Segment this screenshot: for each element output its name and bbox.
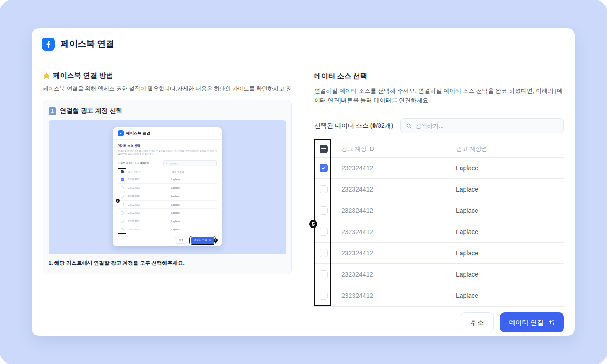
ad-account-name-cell: Laplace [456, 164, 564, 172]
ad-account-id-cell: 232324412 [341, 207, 456, 214]
ad-account-name-cell: Laplace [456, 249, 564, 257]
row-checkbox[interactable] [320, 164, 328, 172]
mini-select-all-checkbox [121, 170, 124, 173]
mini-table-row: 232324412 Laplace [118, 225, 217, 234]
search-input[interactable] [415, 122, 558, 129]
table-row: 232324412 Laplace [314, 179, 564, 200]
facebook-connect-modal: 페이스북 연결 페이스북 연결 방법 페이스북 연결을 위해 액세스 권한 설정… [32, 28, 575, 336]
mini-annotation-button-box: 데이터 연결 2 [189, 236, 216, 245]
selected-count-label: 선택된 데이터 소스 (0/32개) [314, 122, 393, 130]
mini-search-input: 검색하기... [163, 160, 217, 166]
ad-account-name-cell: Laplace [456, 271, 564, 278]
divider [314, 111, 564, 111]
mini-panel-description: 연결하실 데이터 소스를 선택해 주세요. 연결하실 데이터 소스 선택을 완료… [118, 149, 217, 156]
mini-search-icon [165, 162, 168, 164]
mini-table-header: 광고 계정 ID 광고 계정명 [118, 169, 217, 175]
guide-panel: 페이스북 연결 방법 페이스북 연결을 위해 액세스 권한 설정이 필요합니다.… [32, 60, 303, 336]
table-row: 232324412 Laplace [314, 221, 564, 243]
facebook-icon [42, 38, 55, 51]
ad-account-name-cell: Laplace [456, 228, 564, 235]
step-1-keycap-icon: 1 [49, 107, 56, 115]
guide-step-box: 1 연결할 광고 계정 선택 페이스북 연결 데이터 소스 선택 [43, 100, 292, 274]
ad-account-name-cell: Laplace [456, 207, 564, 214]
mini-checkbox-minus-icon [121, 172, 123, 172]
table-controls: 선택된 데이터 소스 (0/32개) [314, 118, 564, 133]
panel-description: 연결하실 데이터 소스를 선택해 주세요. 연결하실 데이터 소스 선택을 완료… [314, 86, 564, 105]
mini-modal: 페이스북 연결 데이터 소스 선택 연결하실 데이터 소스를 선택해 주세요. … [113, 127, 222, 246]
ad-account-id-cell: 232324412 [341, 271, 456, 278]
mini-footer: 취소 데이터 연결 2 [118, 236, 217, 245]
ad-account-id-cell: 232324412 [341, 228, 456, 235]
ad-account-name-cell: Laplace [456, 292, 564, 299]
ad-account-id-cell: 232324412 [341, 292, 456, 299]
sparkles-icon [548, 319, 555, 326]
data-source-panel: 데이터 소스 선택 연결하실 데이터 소스를 선택해 주세요. 연결하실 데이터… [303, 60, 575, 336]
mini-data-connect-button: 데이터 연결 [191, 237, 214, 244]
search-icon [406, 123, 412, 129]
row-checkbox[interactable] [320, 228, 328, 236]
guide-section-title: 페이스북 연결 방법 [43, 71, 292, 81]
row-checkbox[interactable] [320, 292, 328, 300]
mini-row-checkbox [121, 228, 124, 231]
data-source-table: 광고 계정 ID 광고 계정명 232324412 Laplace 232324… [314, 140, 564, 307]
select-all-checkbox[interactable] [320, 145, 328, 153]
mini-row-checkbox [121, 178, 124, 181]
table-row: 232324412 Laplace [314, 264, 564, 285]
ad-account-id-cell: 232324412 [341, 249, 456, 257]
mini-modal-body: 데이터 소스 선택 연결하실 데이터 소스를 선택해 주세요. 연결하실 데이터… [113, 140, 222, 245]
row-checkbox[interactable] [320, 185, 328, 193]
table-row: 232324412 Laplace [314, 243, 564, 264]
data-connect-button[interactable]: 데이터 연결 [500, 312, 564, 332]
mini-sparkles-icon [209, 239, 211, 242]
checkbox-check-icon [321, 165, 326, 171]
mini-row-checkbox [121, 195, 124, 198]
mini-table: 광고 계정 ID 광고 계정명 232324412 Laplace 232324… [118, 169, 217, 234]
column-header-ad-account-id: 광고 계정 ID [341, 145, 456, 153]
star-icon [43, 72, 50, 80]
table-row: 232324412 Laplace [314, 158, 564, 179]
mini-row-checkbox [121, 186, 124, 189]
mini-row-checkbox [121, 203, 124, 206]
mini-panel-title: 데이터 소스 선택 [118, 144, 217, 148]
guide-description: 페이스북 연결을 위해 액세스 권한 설정이 필요합니다.자세한 내용은 하단의… [43, 85, 292, 93]
mini-selected-label: 선택된 데이터 소스 (0/32개) [118, 162, 149, 165]
mini-table-row: 232324412 Laplace [118, 201, 217, 209]
modal-footer: 취소 데이터 연결 [314, 312, 564, 332]
search-box[interactable] [400, 118, 564, 133]
mini-row-checkbox [121, 220, 124, 223]
modal-header: 페이스북 연결 [32, 28, 575, 60]
guide-step-title: 1 연결할 광고 계정 선택 [49, 107, 286, 115]
table-row: 232324412 Laplace [314, 200, 564, 221]
guide-step-caption: 1. 해당 리스트에서 연결할 광고 계정을 모두 선택해주세요. [49, 260, 286, 267]
checkbox-minus-icon [321, 148, 326, 149]
mini-modal-title: 페이스북 연결 [126, 131, 150, 136]
mini-facebook-icon [118, 130, 124, 136]
mini-table-row: 232324412 Laplace [118, 175, 217, 184]
mini-modal-header: 페이스북 연결 [113, 127, 222, 140]
ad-account-id-cell: 232324412 [341, 164, 456, 172]
ad-account-id-cell: 232324412 [341, 186, 456, 193]
cancel-button[interactable]: 취소 [461, 312, 494, 332]
mini-divider [118, 158, 217, 158]
guide-step-title-text: 연결할 광고 계정 선택 [60, 107, 122, 115]
modal-title: 페이스북 연결 [61, 38, 114, 50]
mini-table-row: 232324412 Laplace [118, 184, 217, 192]
mini-row-checkbox [121, 211, 124, 215]
annotation-step-badge: 5 [309, 220, 317, 228]
mini-controls: 선택된 데이터 소스 (0/32개) 검색하기... [118, 160, 217, 166]
row-checkbox[interactable] [320, 249, 328, 257]
column-header-ad-account-name: 광고 계정명 [456, 145, 564, 153]
ad-account-name-cell: Laplace [456, 186, 564, 193]
guide-screenshot: 페이스북 연결 데이터 소스 선택 연결하실 데이터 소스를 선택해 주세요. … [49, 120, 286, 254]
guide-section-title-text: 페이스북 연결 방법 [53, 71, 113, 81]
panel-title: 데이터 소스 선택 [314, 72, 564, 81]
row-checkbox[interactable] [320, 206, 328, 215]
table-header-row: 광고 계정 ID 광고 계정명 [314, 140, 564, 158]
mini-table-row: 232324412 Laplace [118, 192, 217, 201]
mini-table-row: 232324412 Laplace [118, 209, 217, 217]
row-checkbox[interactable] [320, 270, 328, 278]
mini-table-body: 232324412 Laplace 232324412 Laplace 2323… [118, 175, 217, 234]
table-row: 232324412 Laplace [314, 285, 564, 307]
table-body: 232324412 Laplace 232324412 Laplace 2323… [314, 158, 564, 307]
mini-table-row: 232324412 Laplace [118, 217, 217, 226]
